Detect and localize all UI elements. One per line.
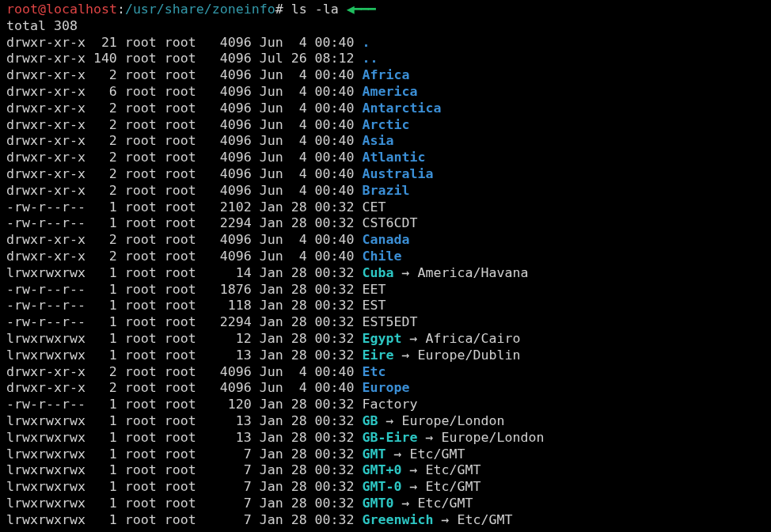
entry-name: Chile — [363, 249, 402, 264]
symlink-arrow-icon: → — [402, 496, 410, 511]
listing-row: drwxr-xr-x 2 root root 4096 Jun 4 00:40 … — [6, 67, 410, 82]
entry-name: GMT0 — [363, 496, 394, 511]
listing-row: drwxr-xr-x 140 root root 4096 Jul 26 08:… — [6, 51, 378, 66]
listing-row: -rw-r--r-- 1 root root 120 Jan 28 00:32 … — [6, 397, 418, 412]
listing-row: lrwxrwxrwx 1 root root 7 Jan 28 00:32 GM… — [6, 462, 480, 477]
total-line: total 308 — [6, 18, 78, 33]
symlink-target: Etc/GMT — [458, 512, 513, 527]
symlink-target: Europe/London — [442, 430, 545, 445]
entry-name: GMT — [363, 446, 386, 462]
entry-name: Europe — [363, 380, 410, 395]
prompt-at: @ — [38, 2, 46, 17]
prompt-user: root — [6, 2, 38, 17]
entry-name: Factory — [363, 397, 418, 412]
listing-row: lrwxrwxrwx 1 root root 12 Jan 28 00:32 E… — [6, 331, 520, 346]
listing-row: drwxr-xr-x 2 root root 4096 Jun 4 00:40 … — [6, 150, 426, 165]
entry-name: Africa — [363, 67, 410, 82]
entry-name: EST — [363, 298, 386, 313]
entry-name: Egypt — [363, 331, 402, 346]
listing-row: drwxr-xr-x 2 root root 4096 Jun 4 00:40 … — [6, 101, 441, 116]
listing-row: drwxr-xr-x 2 root root 4096 Jun 4 00:40 … — [6, 249, 402, 264]
entry-name: Asia — [363, 133, 394, 148]
listing-row: drwxr-xr-x 2 root root 4096 Jun 4 00:40 … — [6, 166, 434, 181]
entry-name: CET — [363, 200, 386, 215]
listing-row: lrwxrwxrwx 1 root root 13 Jan 28 00:32 G… — [6, 430, 544, 445]
symlink-target: Europe/Dublin — [418, 348, 521, 363]
symlink-arrow-icon: → — [426, 430, 434, 445]
symlink-target: Africa/Cairo — [426, 331, 521, 346]
listing-row: lrwxrwxrwx 1 root root 7 Jan 28 00:32 GM… — [6, 496, 473, 511]
entry-name: . — [363, 35, 370, 50]
entry-name: Canada — [363, 232, 410, 247]
listing-row: -rw-r--r-- 1 root root 118 Jan 28 00:32 … — [6, 298, 386, 313]
listing-row: drwxr-xr-x 2 root root 4096 Jun 4 00:40 … — [6, 380, 410, 395]
listing-row: -rw-r--r-- 1 root root 1876 Jan 28 00:32… — [6, 282, 386, 297]
entry-name: Etc — [363, 364, 386, 379]
symlink-target: Etc/GMT — [418, 496, 473, 511]
entry-name: Eire — [363, 348, 394, 363]
symlink-arrow-icon: → — [410, 479, 418, 494]
entry-name: Greenwich — [363, 512, 434, 527]
symlink-arrow-icon: → — [394, 446, 402, 462]
prompt-path: /usr/share/zoneinfo — [125, 2, 275, 17]
prompt-line: root@localhost:/usr/share/zoneinfo# ls -… — [6, 2, 375, 17]
prompt-host: localhost — [46, 2, 117, 17]
listing-row: -rw-r--r-- 1 root root 2294 Jan 28 00:32… — [6, 215, 418, 230]
symlink-arrow-icon: → — [386, 413, 394, 428]
listing-row: drwxr-xr-x 2 root root 4096 Jun 4 00:40 … — [6, 117, 410, 132]
listing-row: lrwxrwxrwx 1 root root 13 Jan 28 00:32 G… — [6, 413, 504, 428]
entry-name: GB-Eire — [363, 430, 418, 445]
entry-name: GMT+0 — [363, 462, 402, 477]
prompt-symbol: # — [275, 2, 291, 17]
listing-row: drwxr-xr-x 6 root root 4096 Jun 4 00:40 … — [6, 84, 418, 99]
prompt-colon: : — [117, 2, 125, 17]
symlink-target: Europe/London — [402, 413, 505, 428]
entry-name: Arctic — [363, 117, 410, 132]
listing-row: lrwxrwxrwx 1 root root 7 Jan 28 00:32 GM… — [6, 446, 465, 462]
entry-name: .. — [363, 51, 378, 66]
listing-row: -rw-r--r-- 1 root root 2294 Jan 28 00:32… — [6, 314, 418, 329]
listing-row: lrwxrwxrwx 1 root root 7 Jan 28 00:32 Gr… — [6, 512, 512, 527]
symlink-target: America/Havana — [418, 265, 529, 280]
listing-row: lrwxrwxrwx 1 root root 7 Jan 28 00:32 GM… — [6, 479, 480, 494]
listing-row: drwxr-xr-x 2 root root 4096 Jun 4 00:40 … — [6, 183, 410, 198]
symlink-arrow-icon: → — [442, 512, 450, 527]
listing-row: lrwxrwxrwx 1 root root 14 Jan 28 00:32 C… — [6, 265, 528, 280]
entry-name: GMT-0 — [363, 479, 402, 494]
command-text: ls -la — [291, 2, 339, 17]
listing-row: drwxr-xr-x 21 root root 4096 Jun 4 00:40… — [6, 35, 370, 50]
entry-name: Brazil — [363, 183, 410, 198]
entry-name: EET — [363, 282, 386, 297]
entry-name: Australia — [363, 166, 434, 181]
entry-name: America — [363, 84, 418, 99]
symlink-target: Etc/GMT — [410, 446, 465, 462]
symlink-target: Etc/GMT — [426, 479, 481, 494]
symlink-target: Etc/GMT — [426, 462, 481, 477]
symlink-arrow-icon: → — [402, 265, 410, 280]
listing-row: drwxr-xr-x 2 root root 4096 Jun 4 00:40 … — [6, 364, 386, 379]
listing-row: -rw-r--r-- 1 root root 2102 Jan 28 00:32… — [6, 200, 386, 215]
listing-row: drwxr-xr-x 2 root root 4096 Jun 4 00:40 … — [6, 232, 410, 247]
listing-row: drwxr-xr-x 2 root root 4096 Jun 4 00:40 … — [6, 133, 394, 148]
symlink-arrow-icon: → — [410, 331, 418, 346]
entry-name: Atlantic — [363, 150, 426, 165]
symlink-arrow-icon: → — [402, 348, 410, 363]
entry-name: Cuba — [363, 265, 394, 280]
entry-name: Antarctica — [363, 101, 442, 116]
entry-name: GB — [363, 413, 378, 428]
terminal-output[interactable]: root@localhost:/usr/share/zoneinfo# ls -… — [0, 0, 771, 529]
symlink-arrow-icon: → — [410, 462, 418, 477]
entry-name: CST6CDT — [363, 215, 418, 230]
annotation-arrow-icon: ◀━━━ — [347, 2, 375, 17]
entry-name: EST5EDT — [363, 314, 418, 329]
listing-row: lrwxrwxrwx 1 root root 13 Jan 28 00:32 E… — [6, 348, 520, 363]
file-listing: drwxr-xr-x 21 root root 4096 Jun 4 00:40… — [6, 35, 544, 527]
